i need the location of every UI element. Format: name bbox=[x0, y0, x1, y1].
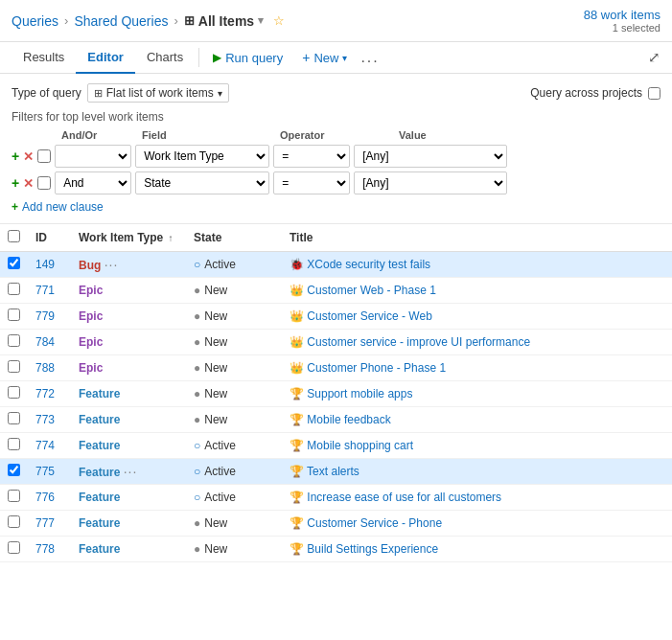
filter-remove-btn-2[interactable]: ✕ bbox=[23, 176, 34, 191]
row-title[interactable]: 🏆 Text alerts bbox=[282, 459, 672, 485]
filter-add-btn-2[interactable]: + bbox=[12, 175, 19, 191]
work-item-type-label: Bug bbox=[79, 259, 101, 272]
row-checkbox[interactable] bbox=[8, 360, 20, 373]
table-row[interactable]: 772 Feature ●New 🏆 Support mobile apps bbox=[0, 381, 672, 407]
row-title[interactable]: 🏆 Support mobile apps bbox=[282, 381, 672, 407]
filter-and-or-1[interactable] bbox=[55, 145, 131, 168]
th-checkbox[interactable] bbox=[0, 224, 28, 252]
row-id[interactable]: 772 bbox=[28, 381, 71, 407]
row-checkbox[interactable] bbox=[8, 334, 20, 347]
row-id[interactable]: 774 bbox=[28, 433, 71, 459]
row-id[interactable]: 788 bbox=[28, 355, 71, 381]
filter-operator-2[interactable]: = bbox=[273, 171, 350, 194]
row-checkbox-cell bbox=[0, 304, 28, 330]
across-projects-checkbox[interactable] bbox=[648, 87, 660, 100]
row-id[interactable]: 778 bbox=[28, 537, 71, 562]
table-row[interactable]: 774 Feature ○Active 🏆 Mobile shopping ca… bbox=[0, 433, 672, 459]
row-id[interactable]: 776 bbox=[28, 485, 71, 511]
th-work-item-type[interactable]: Work Item Type ↑ bbox=[71, 224, 186, 252]
row-title[interactable]: 🏆 Customer Service - Phone bbox=[282, 511, 672, 537]
row-title[interactable]: 👑 Customer service - improve UI performa… bbox=[282, 330, 672, 355]
row-context-menu[interactable]: ··· bbox=[124, 464, 138, 479]
table-row[interactable]: 771 Epic ●New 👑 Customer Web - Phase 1 bbox=[0, 278, 672, 304]
th-state[interactable]: State bbox=[186, 224, 282, 252]
row-checkbox[interactable] bbox=[8, 515, 20, 528]
tab-results[interactable]: Results bbox=[12, 42, 76, 74]
work-item-type-label: Feature bbox=[79, 387, 120, 400]
row-id[interactable]: 771 bbox=[28, 278, 71, 304]
row-id[interactable]: 777 bbox=[28, 511, 71, 537]
filter-check-1[interactable] bbox=[37, 149, 51, 163]
row-type: Feature bbox=[71, 433, 186, 459]
filter-field-1[interactable]: Work Item Type bbox=[135, 145, 269, 168]
more-button[interactable]: ... bbox=[360, 49, 379, 66]
filter-operator-1[interactable]: = bbox=[273, 145, 350, 168]
filter-value-1[interactable]: [Any] bbox=[354, 145, 507, 168]
table-row[interactable]: 149 Bug ··· ○Active 🐞 XCode security tes… bbox=[0, 252, 672, 278]
star-icon[interactable]: ☆ bbox=[273, 13, 285, 28]
row-title[interactable]: 👑 Customer Phone - Phase 1 bbox=[282, 355, 672, 381]
row-title[interactable]: 👑 Customer Service - Web bbox=[282, 304, 672, 330]
row-id[interactable]: 775 bbox=[28, 459, 71, 485]
row-id[interactable]: 779 bbox=[28, 304, 71, 330]
table-row[interactable]: 788 Epic ●New 👑 Customer Phone - Phase 1 bbox=[0, 355, 672, 381]
table-row[interactable]: 777 Feature ●New 🏆 Customer Service - Ph… bbox=[0, 511, 672, 537]
work-item-type-label: Epic bbox=[79, 361, 103, 375]
table-row[interactable]: 773 Feature ●New 🏆 Mobile feedback bbox=[0, 407, 672, 433]
row-checkbox[interactable] bbox=[8, 464, 20, 476]
work-item-type-label: Feature bbox=[79, 413, 120, 426]
breadcrumb-shared-queries[interactable]: Shared Queries bbox=[74, 13, 168, 29]
value-header: Value bbox=[399, 129, 552, 141]
row-checkbox[interactable] bbox=[8, 257, 20, 269]
row-checkbox[interactable] bbox=[8, 309, 20, 321]
table-row[interactable]: 779 Epic ●New 👑 Customer Service - Web bbox=[0, 304, 672, 330]
row-title[interactable]: 🏆 Mobile feedback bbox=[282, 407, 672, 433]
row-title[interactable]: 🏆 Build Settings Experience bbox=[282, 537, 672, 562]
row-checkbox[interactable] bbox=[8, 438, 20, 450]
filter-and-or-2[interactable]: And bbox=[55, 171, 131, 194]
tab-editor[interactable]: Editor bbox=[76, 42, 135, 74]
filter-add-btn-1[interactable]: + bbox=[12, 149, 19, 164]
table-row[interactable]: 784 Epic ●New 👑 Customer service - impro… bbox=[0, 330, 672, 355]
row-checkbox[interactable] bbox=[8, 386, 20, 399]
chevron-down-icon[interactable]: ▾ bbox=[258, 14, 264, 27]
table-row[interactable]: 778 Feature ●New 🏆 Build Settings Experi… bbox=[0, 537, 672, 562]
table-row[interactable]: 776 Feature ○Active 🏆 Increase ease of u… bbox=[0, 485, 672, 511]
select-all-checkbox[interactable] bbox=[8, 230, 20, 242]
row-type: Epic bbox=[71, 330, 186, 355]
tab-charts[interactable]: Charts bbox=[135, 42, 195, 74]
row-title[interactable]: 🏆 Increase ease of use for all customers bbox=[282, 485, 672, 511]
row-checkbox[interactable] bbox=[8, 490, 20, 502]
row-id[interactable]: 773 bbox=[28, 407, 71, 433]
table-row[interactable]: 775 Feature ··· ○Active 🏆 Text alerts bbox=[0, 459, 672, 485]
row-id[interactable]: 784 bbox=[28, 330, 71, 355]
breadcrumb-queries[interactable]: Queries bbox=[12, 13, 58, 29]
filter-remove-btn-1[interactable]: ✕ bbox=[23, 149, 34, 164]
new-button[interactable]: + New ▾ bbox=[292, 44, 357, 71]
work-items-table-container[interactable]: ID Work Item Type ↑ State Title 149 Bug … bbox=[0, 224, 672, 562]
row-checkbox[interactable] bbox=[8, 541, 20, 554]
row-state: ●New bbox=[186, 511, 282, 537]
filter-check-2[interactable] bbox=[37, 176, 51, 190]
run-query-button[interactable]: ▶ Run query bbox=[203, 45, 292, 71]
row-state: ●New bbox=[186, 330, 282, 355]
filter-value-2[interactable]: [Any] bbox=[354, 171, 507, 194]
expand-button[interactable]: ⤢ bbox=[648, 49, 660, 66]
table-icon: ⊞ bbox=[94, 87, 103, 100]
work-item-type-label: Feature bbox=[79, 439, 120, 452]
add-clause-button[interactable]: + Add new clause bbox=[12, 200, 660, 214]
row-checkbox[interactable] bbox=[8, 283, 20, 295]
row-title[interactable]: 👑 Customer Web - Phase 1 bbox=[282, 278, 672, 304]
flat-list-dropdown[interactable]: ⊞ Flat list of work items ▾ bbox=[87, 83, 229, 103]
row-title[interactable]: 🐞 XCode security test fails bbox=[282, 252, 672, 278]
th-title[interactable]: Title bbox=[282, 224, 672, 252]
th-id[interactable]: ID bbox=[28, 224, 71, 252]
row-context-menu[interactable]: ··· bbox=[104, 257, 119, 272]
operator-header: Operator bbox=[280, 129, 395, 141]
row-title[interactable]: 🏆 Mobile shopping cart bbox=[282, 433, 672, 459]
title-icon: 🏆 bbox=[290, 465, 304, 478]
filter-label: Filters for top level work items bbox=[12, 110, 660, 124]
filter-field-2[interactable]: State bbox=[135, 171, 269, 194]
row-checkbox[interactable] bbox=[8, 412, 20, 424]
row-id[interactable]: 149 bbox=[28, 252, 71, 278]
